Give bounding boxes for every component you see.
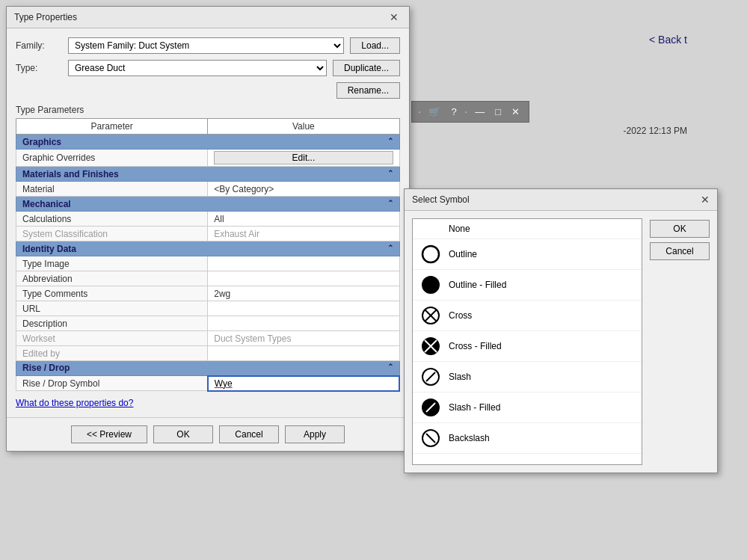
list-item[interactable]: Backslash [413,423,642,454]
group-identity-data[interactable]: Identity Data ⌃ [16,241,400,256]
symbol-slash-label: Slash [449,372,471,382]
col-parameter: Parameter [16,119,208,135]
slash-icon [420,366,441,387]
load-button[interactable]: Load... [350,37,400,54]
ok-button[interactable]: OK [153,425,213,443]
dialog-close-button[interactable]: ✕ [387,11,402,23]
date-text: -2022 12:13 PM [624,126,687,136]
family-label: Family: [16,40,68,51]
symbol-cross-label: Cross [449,310,472,321]
backslash-icon [420,428,441,449]
parameters-table: Parameter Value Graphics ⌃ Graphic Overr… [16,118,400,392]
apply-button[interactable]: Apply [285,425,345,443]
svg-point-1 [422,277,439,293]
list-item[interactable]: Slash - Filled [413,393,642,423]
list-item[interactable]: None [413,219,642,239]
symbol-outline-label: Outline [449,249,477,259]
slash-filled-icon [420,397,441,418]
list-item[interactable]: Cross - Filled [413,331,642,362]
table-row: Edited by [16,346,400,361]
symbol-list-container[interactable]: None Outline [412,218,642,465]
symbol-body: None Outline [405,211,717,473]
table-row: Calculations All [16,212,400,227]
edit-graphic-overrides-button[interactable]: Edit... [214,151,393,164]
back-text: < Back t [649,34,687,46]
duplicate-button[interactable]: Duplicate... [333,60,400,76]
symbol-list: None Outline [413,219,642,454]
symbol-buttons: OK Cancel [650,218,710,465]
rise-drop-symbol-value: Wye [215,378,233,389]
table-row: Type Image [16,256,400,271]
dialog-title: Type Properties [14,12,77,22]
symbol-slash-filled-label: Slash - Filled [449,402,500,413]
cross-icon [420,305,441,326]
table-row: Description [16,316,400,331]
help-icon[interactable]: ? [448,105,459,119]
dialog-titlebar: Type Properties ✕ [7,7,409,28]
type-properties-dialog: Type Properties ✕ Family: System Family:… [6,6,410,452]
separator-icon2: · [464,105,467,119]
dialog-content: Family: System Family: Duct System Load.… [7,28,409,417]
symbol-close-button[interactable]: ✕ [701,194,710,206]
minimize-icon[interactable]: — [472,105,488,119]
select-symbol-dialog: Select Symbol ✕ None Outline [404,188,718,473]
table-row: Graphic Overrides Edit... [16,150,400,167]
list-item[interactable]: Outline - Filled [413,270,642,301]
list-item[interactable]: Slash [413,362,642,393]
small-toolbar: · 🛒 ? · — □ ✕ [411,101,529,123]
symbol-cancel-button[interactable]: Cancel [650,242,710,260]
table-row: Material <By Category> [16,182,400,197]
dialog-footer: << Preview OK Cancel Apply [7,417,409,451]
family-row: Family: System Family: Duct System Load.… [16,37,400,54]
symbol-ok-button[interactable]: OK [650,220,710,238]
group-graphics[interactable]: Graphics ⌃ [16,135,400,150]
symbol-titlebar: Select Symbol ✕ [405,189,717,211]
svg-point-0 [422,246,439,262]
symbol-cross-filled-label: Cross - Filled [449,341,502,351]
table-row[interactable]: Rise / Drop Symbol Wye [16,376,400,391]
symbol-none-label: None [449,224,470,234]
toolbar-close-icon[interactable]: ✕ [508,105,523,119]
symbol-backslash-label: Backslash [449,433,490,443]
table-row: Abbreviation [16,271,400,286]
preview-button[interactable]: << Preview [71,425,147,443]
table-row: URL [16,301,400,316]
type-parameters-label: Type Parameters [16,105,400,115]
table-row: Type Comments 2wg [16,286,400,301]
group-rise-drop[interactable]: Rise / Drop ⌃ [16,361,400,376]
properties-link[interactable]: What do these properties do? [16,398,400,408]
type-label: Type: [16,63,68,73]
symbol-outline-filled-label: Outline - Filled [449,280,506,290]
cart-icon[interactable]: 🛒 [425,105,443,119]
cancel-button[interactable]: Cancel [219,425,279,443]
rename-button[interactable]: Rename... [336,82,400,99]
type-select[interactable]: Grease Duct [68,60,327,76]
group-materials[interactable]: Materials and Finishes ⌃ [16,167,400,182]
outline-filled-icon [420,274,441,295]
family-select[interactable]: System Family: Duct System [68,37,344,54]
col-value: Value [208,119,399,135]
type-row: Type: Grease Duct Duplicate... [16,60,400,76]
cross-filled-icon [420,336,441,357]
table-row: System Classification Exhaust Air [16,227,400,241]
rename-row: Rename... [16,82,400,99]
separator-icon: · [418,105,421,119]
maximize-icon[interactable]: □ [492,105,504,119]
list-item[interactable]: Outline [413,239,642,270]
table-row: Workset Duct System Types [16,331,400,346]
symbol-dialog-title: Select Symbol [412,194,470,205]
list-item[interactable]: Cross [413,301,642,331]
group-mechanical[interactable]: Mechanical ⌃ [16,197,400,212]
outline-icon [420,244,441,265]
